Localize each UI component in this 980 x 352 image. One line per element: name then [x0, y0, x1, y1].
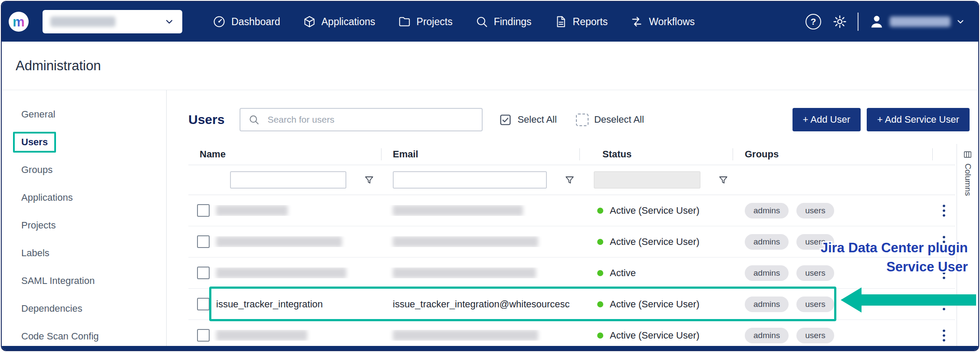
user-status-cell: Active: [580, 267, 733, 279]
status-filter-input[interactable]: [594, 171, 700, 189]
deselect-all-button[interactable]: Deselect All: [576, 114, 644, 126]
nav-item-findings[interactable]: Findings: [464, 15, 543, 28]
column-header-groups: Groups: [733, 144, 933, 165]
user-menu[interactable]: [869, 14, 965, 29]
user-name-cell: [213, 330, 381, 341]
app-window: m Dashboard Applications Projects Findin…: [1, 1, 979, 351]
sidebar-item-users[interactable]: Users: [2, 128, 166, 156]
row-menu-kebab-icon[interactable]: [941, 204, 947, 218]
dashed-square-icon: [576, 114, 589, 126]
top-navigation-bar: m Dashboard Applications Projects Findin…: [2, 2, 978, 42]
annotation-line-1: Jira Data Center plugin: [821, 238, 968, 257]
sidebar-item-saml-integration[interactable]: SAML Integration: [2, 267, 166, 295]
status-filter-cell: [580, 171, 733, 189]
reports-icon: [554, 15, 567, 28]
sidebar-label-groups: Groups: [21, 164, 53, 176]
search-icon: [248, 114, 260, 125]
row-actions-cell: [933, 204, 955, 218]
sidebar-item-applications[interactable]: Applications: [2, 184, 166, 212]
email-filter-input[interactable]: [393, 171, 547, 189]
table-filter-row: [188, 165, 955, 195]
search-input[interactable]: [266, 114, 474, 125]
user-status-cell: Active (Service User): [580, 299, 733, 310]
nav-item-dashboard[interactable]: Dashboard: [201, 15, 292, 28]
dashboard-icon: [213, 15, 226, 28]
columns-label: Columns: [963, 163, 973, 196]
redacted-user-email: [393, 330, 538, 341]
user-status-cell: Active (Service User): [580, 205, 733, 216]
row-checkbox[interactable]: [197, 329, 210, 342]
email-filter-funnel-icon[interactable]: [564, 175, 575, 186]
select-all-button[interactable]: Select All: [499, 114, 557, 126]
redacted-user-name: [216, 236, 342, 247]
status-text: Active: [610, 267, 636, 279]
columns-icon: [963, 150, 972, 159]
row-menu-kebab-icon[interactable]: [941, 329, 947, 342]
nav-item-applications[interactable]: Applications: [292, 15, 387, 28]
column-header-email: Email: [381, 144, 580, 165]
toolbar-buttons: + Add User + Add Service User: [793, 108, 970, 131]
help-icon[interactable]: ?: [806, 14, 821, 29]
sidebar-label-labels: Labels: [21, 248, 49, 259]
redacted-username: [890, 16, 950, 27]
sidebar-label-projects: Projects: [21, 220, 56, 231]
sidebar-item-dependencies[interactable]: Dependencies: [2, 295, 166, 323]
applications-icon: [303, 15, 316, 28]
row-checkbox[interactable]: [197, 235, 210, 248]
nav-item-workflows[interactable]: Workflows: [619, 15, 706, 28]
mend-logo-glyph: m: [13, 15, 25, 29]
sidebar-item-general[interactable]: General: [2, 101, 166, 128]
user-email-cell: [381, 267, 580, 278]
nav-item-projects[interactable]: Projects: [387, 15, 464, 28]
sidebar-item-groups[interactable]: Groups: [2, 156, 166, 184]
user-email: issue_tracker_integration@whitesourcesc: [393, 299, 570, 310]
row-checkbox-cell: [188, 298, 213, 310]
redacted-user-name: [216, 205, 288, 216]
nav-label-projects: Projects: [417, 16, 453, 28]
user-name-cell: [213, 205, 381, 216]
nav-label-applications: Applications: [322, 16, 375, 28]
user-search-box: [240, 108, 483, 131]
status-text: Active (Service User): [610, 330, 700, 341]
redacted-user-email: [393, 236, 538, 247]
row-checkbox[interactable]: [197, 298, 210, 310]
column-header-status: Status: [580, 144, 733, 165]
chevron-down-icon: [164, 16, 174, 27]
row-checkbox[interactable]: [197, 204, 210, 217]
sidebar-item-projects[interactable]: Projects: [2, 212, 166, 239]
row-checkbox-cell: [188, 204, 213, 217]
name-filter-input[interactable]: [230, 171, 346, 189]
column-header-name: Name: [188, 144, 381, 165]
name-filter-funnel-icon[interactable]: [364, 175, 375, 186]
status-text: Active (Service User): [610, 236, 700, 248]
deselect-all-label: Deselect All: [594, 114, 644, 125]
organization-selector[interactable]: [43, 10, 182, 33]
group-badge-admins: admins: [745, 203, 789, 218]
group-badge-admins: admins: [745, 328, 789, 343]
nav-item-reports[interactable]: Reports: [543, 15, 619, 28]
status-dot-icon: [597, 332, 603, 339]
sidebar-label-general: General: [21, 109, 55, 120]
nav-right-controls: ?: [806, 13, 971, 31]
row-checkbox[interactable]: [197, 267, 210, 279]
add-user-button[interactable]: + Add User: [793, 108, 861, 131]
add-service-user-button[interactable]: + Add Service User: [867, 108, 970, 131]
page-title: Administration: [16, 58, 101, 74]
settings-button[interactable]: [832, 14, 847, 29]
row-checkbox-cell: [188, 235, 213, 248]
arrow-head: [841, 287, 862, 313]
page-header: Administration: [2, 42, 978, 90]
projects-icon: [398, 15, 411, 28]
name-filter-cell: [188, 171, 381, 189]
redacted-user-name: [216, 330, 307, 341]
redacted-user-email: [393, 267, 536, 278]
sidebar-item-labels[interactable]: Labels: [2, 239, 166, 267]
arrow-body: [861, 294, 976, 306]
sidebar-label-dependencies: Dependencies: [21, 303, 82, 314]
status-filter-funnel-icon[interactable]: [718, 175, 729, 186]
group-badge-admins: admins: [745, 297, 789, 312]
user-name-cell: issue_tracker_integration: [213, 299, 381, 310]
email-filter-cell: [381, 171, 580, 189]
select-all-label: Select All: [517, 114, 557, 125]
status-dot-icon: [597, 239, 603, 245]
